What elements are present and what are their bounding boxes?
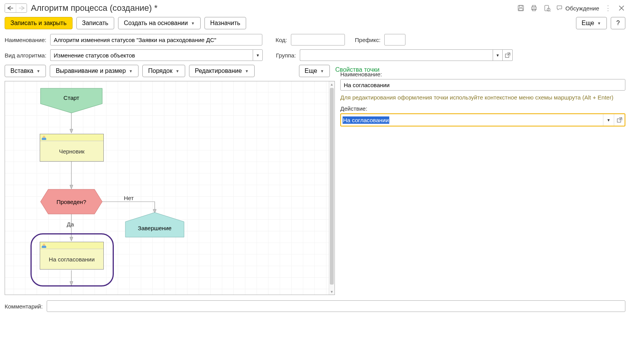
prop-action-field[interactable]: На согласовании ▼ [340, 113, 625, 126]
node-draft[interactable]: Черновик [40, 134, 104, 162]
open-external-icon [505, 52, 510, 58]
help-button[interactable]: ? [611, 17, 625, 29]
canvas-scrollbar[interactable]: ▲ ▼ [329, 81, 334, 295]
type-input[interactable] [50, 49, 253, 61]
svg-marker-18 [70, 281, 73, 285]
person-icon [42, 135, 46, 140]
save-close-button[interactable]: Записать и закрыть [5, 17, 73, 29]
editor-more-label: Еще [305, 67, 318, 74]
properties-panel: Наименование: Для редактирования оформле… [340, 81, 625, 295]
node-decision[interactable]: Проведен? [41, 189, 102, 214]
code-input[interactable] [291, 34, 345, 46]
diagram-canvas[interactable]: Старт Черновик Проведен? Да Нет На согла… [5, 81, 335, 295]
discuss-label: Обсуждение [566, 5, 599, 12]
name-label: Наименование: [5, 37, 46, 43]
order-label: Порядок [148, 67, 172, 74]
editor-more-button[interactable]: Еще▼ [299, 65, 330, 77]
svg-marker-13 [70, 185, 73, 189]
insert-button[interactable]: Вставка▼ [5, 65, 46, 77]
edge-no-label: Нет [124, 195, 134, 201]
scroll-down-icon[interactable]: ▼ [329, 289, 334, 295]
code-label: Код: [275, 37, 287, 43]
order-button[interactable]: Порядок▼ [142, 65, 185, 77]
print-icon[interactable] [530, 4, 538, 12]
chevron-down-icon: ▼ [597, 21, 601, 25]
svg-rect-1 [519, 5, 522, 7]
arrow-left-icon [8, 6, 13, 10]
create-based-label: Создать на основании [124, 20, 188, 27]
person-icon [42, 243, 46, 248]
chevron-down-icon: ▼ [320, 69, 324, 73]
comment-label: Комментарий: [5, 303, 43, 310]
prop-action-value: На согласовании [343, 116, 389, 124]
prop-action-open[interactable] [614, 114, 625, 126]
prop-hint: Для редактирования оформления точки испо… [340, 94, 625, 101]
node-start-label: Старт [64, 94, 79, 101]
open-external-icon [617, 117, 622, 123]
svg-line-8 [550, 11, 551, 12]
group-dropdown-button[interactable]: ▼ [493, 49, 503, 61]
node-draft-label: Черновик [40, 141, 103, 161]
svg-marker-11 [70, 129, 73, 133]
node-start[interactable]: Старт [41, 88, 102, 114]
scroll-up-icon[interactable]: ▲ [329, 81, 334, 87]
name-input[interactable] [50, 34, 262, 46]
chevron-down-icon: ▼ [36, 69, 40, 73]
node-approval-label: На согласовании [40, 249, 103, 269]
prop-action-label: Действие: [340, 105, 625, 112]
edge-yes-label: Да [67, 221, 74, 228]
svg-marker-15 [70, 237, 73, 241]
create-based-button[interactable]: Создать на основании ▼ [118, 17, 201, 29]
chevron-down-icon: ▼ [129, 69, 133, 73]
svg-rect-4 [532, 5, 535, 7]
save-icon[interactable] [517, 4, 525, 12]
prop-action-dropdown[interactable]: ▼ [603, 114, 614, 126]
close-icon[interactable] [618, 4, 625, 12]
type-label: Вид алгоритма: [5, 52, 46, 59]
type-dropdown-button[interactable]: ▼ [253, 49, 263, 61]
page-title: Алгоритм процесса (создание) * [31, 3, 513, 13]
chat-icon [556, 5, 563, 12]
more-button[interactable]: Еще ▼ [576, 17, 607, 29]
prop-name-input[interactable] [340, 79, 625, 91]
group-label: Группа: [276, 52, 296, 59]
group-open-button[interactable] [503, 49, 513, 61]
more-label: Еще [582, 20, 595, 27]
insert-label: Вставка [10, 67, 33, 74]
edit-label: Редактирование [195, 67, 242, 74]
chevron-down-icon: ▼ [245, 69, 249, 73]
group-input[interactable] [300, 49, 493, 61]
node-decision-label: Проведен? [57, 199, 86, 205]
assign-button[interactable]: Назначить [204, 17, 246, 29]
nav-back-button[interactable] [5, 4, 16, 12]
arrow-right-icon [19, 6, 24, 10]
prefix-input[interactable] [384, 34, 405, 46]
discuss-link[interactable]: Обсуждение [556, 5, 599, 12]
align-button[interactable]: Выравнивание и размер▼ [50, 65, 138, 77]
node-end[interactable]: Завершение [125, 212, 184, 237]
nav-forward-button[interactable] [16, 4, 27, 12]
scroll-thumb[interactable] [330, 88, 334, 285]
edit-button[interactable]: Редактирование▼ [189, 65, 255, 77]
svg-rect-2 [519, 8, 523, 10]
nav-buttons [5, 3, 27, 13]
chevron-down-icon: ▼ [176, 69, 179, 73]
node-end-label: Завершение [138, 225, 171, 231]
header-actions: Обсуждение ⋮ [517, 4, 625, 12]
node-approval[interactable]: На согласовании [40, 242, 104, 270]
prefix-label: Префикс: [355, 37, 381, 43]
save-button[interactable]: Записать [76, 17, 114, 29]
report-icon[interactable] [543, 4, 551, 12]
align-label: Выравнивание и размер [56, 67, 126, 74]
comment-input[interactable] [47, 300, 625, 312]
prop-name-label: Наименование: [340, 71, 625, 78]
chevron-down-icon: ▼ [191, 21, 195, 25]
kebab-icon[interactable]: ⋮ [605, 4, 612, 12]
